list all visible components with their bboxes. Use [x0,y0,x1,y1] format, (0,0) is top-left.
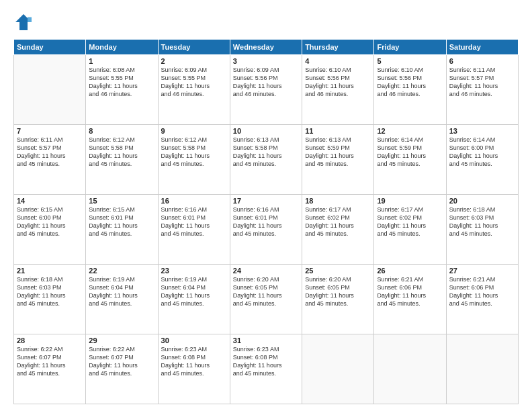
calendar-cell: 19Sunrise: 6:17 AMSunset: 6:02 PMDayligh… [374,195,446,265]
day-number: 3 [233,57,299,65]
calendar-cell: 20Sunrise: 6:18 AMSunset: 6:03 PMDayligh… [446,195,518,265]
calendar-cell: 3Sunrise: 6:09 AMSunset: 5:56 PMDaylight… [230,55,302,125]
day-info: Sunrise: 6:13 AMSunset: 5:58 PMDaylight:… [233,136,299,169]
day-number: 9 [161,127,227,135]
calendar-cell [302,334,374,404]
calendar-cell: 23Sunrise: 6:19 AMSunset: 6:04 PMDayligh… [158,265,230,334]
day-info: Sunrise: 6:23 AMSunset: 6:08 PMDaylight:… [233,345,299,378]
day-number: 6 [449,57,515,65]
calendar-cell: 16Sunrise: 6:16 AMSunset: 6:01 PMDayligh… [158,195,230,265]
weekday-header-monday: Monday [86,40,158,55]
weekday-header-saturday: Saturday [446,40,518,55]
day-number: 25 [305,267,371,275]
calendar-cell: 28Sunrise: 6:22 AMSunset: 6:07 PMDayligh… [14,334,86,404]
calendar-cell: 13Sunrise: 6:14 AMSunset: 6:00 PMDayligh… [446,125,518,195]
day-info: Sunrise: 6:21 AMSunset: 6:06 PMDaylight:… [377,275,443,308]
calendar-cell: 2Sunrise: 6:09 AMSunset: 5:55 PMDaylight… [158,55,230,125]
day-info: Sunrise: 6:21 AMSunset: 6:06 PMDaylight:… [449,275,515,308]
calendar-cell [446,334,518,404]
day-info: Sunrise: 6:17 AMSunset: 6:02 PMDaylight:… [377,205,443,238]
day-info: Sunrise: 6:08 AMSunset: 5:55 PMDaylight:… [89,66,154,99]
svg-marker-1 [28,17,32,23]
calendar-cell: 10Sunrise: 6:13 AMSunset: 5:58 PMDayligh… [230,125,302,195]
day-info: Sunrise: 6:12 AMSunset: 5:58 PMDaylight:… [161,136,227,169]
day-number: 10 [233,127,299,135]
calendar-cell: 8Sunrise: 6:12 AMSunset: 5:58 PMDaylight… [86,125,158,195]
calendar-cell: 18Sunrise: 6:17 AMSunset: 6:02 PMDayligh… [302,195,374,265]
day-info: Sunrise: 6:11 AMSunset: 5:57 PMDaylight:… [17,136,83,169]
day-info: Sunrise: 6:22 AMSunset: 6:07 PMDaylight:… [89,345,154,378]
day-info: Sunrise: 6:10 AMSunset: 5:56 PMDaylight:… [377,66,443,99]
calendar-cell: 26Sunrise: 6:21 AMSunset: 6:06 PMDayligh… [374,265,446,334]
day-number: 20 [449,197,515,205]
day-number: 29 [89,336,154,345]
calendar-cell: 31Sunrise: 6:23 AMSunset: 6:08 PMDayligh… [230,334,302,404]
day-info: Sunrise: 6:11 AMSunset: 5:57 PMDaylight:… [449,66,515,99]
calendar-cell: 4Sunrise: 6:10 AMSunset: 5:56 PMDaylight… [302,55,374,125]
day-info: Sunrise: 6:18 AMSunset: 6:03 PMDaylight:… [449,205,515,238]
day-info: Sunrise: 6:23 AMSunset: 6:08 PMDaylight:… [161,345,227,378]
day-info: Sunrise: 6:18 AMSunset: 6:03 PMDaylight:… [17,275,83,308]
day-info: Sunrise: 6:13 AMSunset: 5:59 PMDaylight:… [305,136,371,169]
day-info: Sunrise: 6:16 AMSunset: 6:01 PMDaylight:… [161,205,227,238]
week-row-4: 21Sunrise: 6:18 AMSunset: 6:03 PMDayligh… [14,265,519,334]
calendar-cell: 25Sunrise: 6:20 AMSunset: 6:05 PMDayligh… [302,265,374,334]
day-info: Sunrise: 6:15 AMSunset: 6:01 PMDaylight:… [89,205,154,238]
logo [13,12,36,32]
day-number: 27 [449,267,515,275]
calendar-cell: 21Sunrise: 6:18 AMSunset: 6:03 PMDayligh… [14,265,86,334]
day-info: Sunrise: 6:20 AMSunset: 6:05 PMDaylight:… [233,275,299,308]
day-number: 15 [89,197,154,205]
day-number: 26 [377,267,443,275]
day-info: Sunrise: 6:09 AMSunset: 5:56 PMDaylight:… [233,66,299,99]
day-info: Sunrise: 6:22 AMSunset: 6:07 PMDaylight:… [17,345,83,378]
day-number: 24 [233,267,299,275]
day-info: Sunrise: 6:17 AMSunset: 6:02 PMDaylight:… [305,205,371,238]
week-row-2: 7Sunrise: 6:11 AMSunset: 5:57 PMDaylight… [14,125,519,195]
day-info: Sunrise: 6:10 AMSunset: 5:56 PMDaylight:… [305,66,371,99]
day-number: 7 [17,127,83,135]
day-number: 8 [89,127,154,135]
calendar-cell: 12Sunrise: 6:14 AMSunset: 5:59 PMDayligh… [374,125,446,195]
day-number: 14 [17,197,83,205]
calendar-cell: 11Sunrise: 6:13 AMSunset: 5:59 PMDayligh… [302,125,374,195]
day-info: Sunrise: 6:09 AMSunset: 5:55 PMDaylight:… [161,66,227,99]
day-number: 16 [161,197,227,205]
calendar-cell: 1Sunrise: 6:08 AMSunset: 5:55 PMDaylight… [86,55,158,125]
calendar-cell: 24Sunrise: 6:20 AMSunset: 6:05 PMDayligh… [230,265,302,334]
day-info: Sunrise: 6:19 AMSunset: 6:04 PMDaylight:… [161,275,227,308]
calendar-cell [374,334,446,404]
day-number: 5 [377,57,443,65]
weekday-header-friday: Friday [374,40,446,55]
day-number: 17 [233,197,299,205]
day-number: 30 [161,336,227,345]
calendar-cell: 9Sunrise: 6:12 AMSunset: 5:58 PMDaylight… [158,125,230,195]
day-info: Sunrise: 6:19 AMSunset: 6:04 PMDaylight:… [89,275,154,308]
logo-icon [13,12,34,32]
day-number: 28 [17,336,83,345]
day-info: Sunrise: 6:12 AMSunset: 5:58 PMDaylight:… [89,136,154,169]
day-number: 4 [305,57,371,65]
day-info: Sunrise: 6:14 AMSunset: 5:59 PMDaylight:… [377,136,443,169]
calendar-cell: 7Sunrise: 6:11 AMSunset: 5:57 PMDaylight… [14,125,86,195]
day-number: 21 [17,267,83,275]
day-number: 11 [305,127,371,135]
day-number: 1 [89,57,154,65]
weekday-header-tuesday: Tuesday [158,40,230,55]
day-number: 2 [161,57,227,65]
calendar-cell: 17Sunrise: 6:16 AMSunset: 6:01 PMDayligh… [230,195,302,265]
calendar-cell: 30Sunrise: 6:23 AMSunset: 6:08 PMDayligh… [158,334,230,404]
weekday-header-wednesday: Wednesday [230,40,302,55]
day-number: 22 [89,267,154,275]
day-info: Sunrise: 6:16 AMSunset: 6:01 PMDaylight:… [233,205,299,238]
day-number: 13 [449,127,515,135]
day-number: 12 [377,127,443,135]
week-row-5: 28Sunrise: 6:22 AMSunset: 6:07 PMDayligh… [14,334,519,404]
calendar-cell: 27Sunrise: 6:21 AMSunset: 6:06 PMDayligh… [446,265,518,334]
day-number: 19 [377,197,443,205]
day-number: 18 [305,197,371,205]
calendar-table: SundayMondayTuesdayWednesdayThursdayFrid… [13,39,519,404]
calendar-cell: 29Sunrise: 6:22 AMSunset: 6:07 PMDayligh… [86,334,158,404]
week-row-3: 14Sunrise: 6:15 AMSunset: 6:00 PMDayligh… [14,195,519,265]
day-info: Sunrise: 6:14 AMSunset: 6:00 PMDaylight:… [449,136,515,169]
